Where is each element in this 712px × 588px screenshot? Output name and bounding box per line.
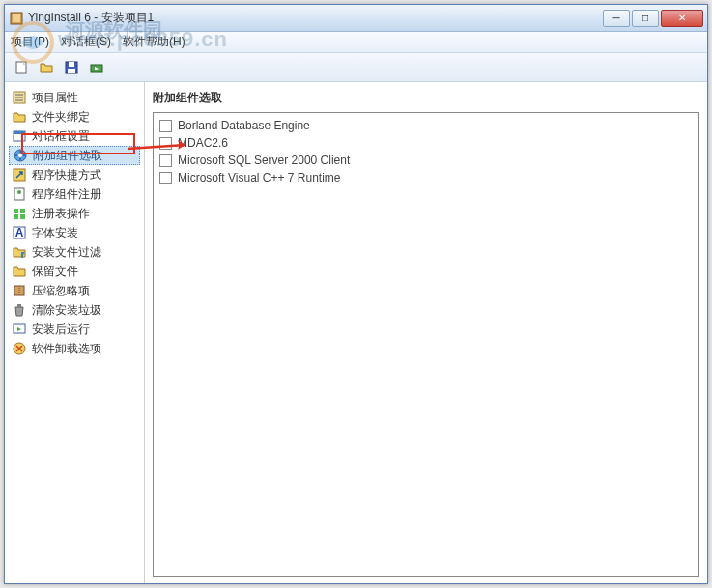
menubar: 项目(P) 对话框(S) 软件帮助(H) xyxy=(5,32,707,53)
titlebar[interactable]: YingInstall 6 - 安装项目1 ─ □ ✕ xyxy=(5,5,707,32)
sidebar-label: 压缩忽略项 xyxy=(32,283,90,299)
sidebar-item-dialog[interactable]: 对话框设置 xyxy=(9,126,140,146)
svg-text:A: A xyxy=(15,226,24,239)
shortcut-icon xyxy=(12,167,27,182)
sidebar-label: 程序快捷方式 xyxy=(32,167,101,183)
sidebar-label: 附加组件选取 xyxy=(33,148,102,164)
component-list: Borland Database Engine MDAC2.6 Microsof… xyxy=(153,112,699,577)
sidebar-label: 字体安装 xyxy=(32,225,78,241)
component-label: Microsoft Visual C++ 7 Runtime xyxy=(178,171,341,184)
sidebar-item-folder[interactable]: 文件夹绑定 xyxy=(9,107,140,126)
run-icon xyxy=(12,322,27,337)
filter-icon xyxy=(12,244,27,260)
registry-icon xyxy=(12,206,27,221)
sidebar-label: 文件夹绑定 xyxy=(32,109,90,126)
font-icon: A xyxy=(12,225,27,240)
keep-icon xyxy=(12,264,27,279)
clean-icon xyxy=(12,302,27,318)
properties-icon xyxy=(12,90,27,105)
window-controls: ─ □ ✕ xyxy=(603,10,703,27)
sidebar-item-compress[interactable]: 压缩忽略项 xyxy=(9,281,140,300)
minimize-button[interactable]: ─ xyxy=(603,10,630,27)
svg-point-14 xyxy=(18,154,22,157)
component-label: Microsoft SQL Server 2000 Client xyxy=(178,154,350,167)
svg-rect-4 xyxy=(69,62,74,67)
component-label: Borland Database Engine xyxy=(178,119,310,132)
uninstall-icon xyxy=(12,341,27,356)
panel-title: 附加组件选取 xyxy=(153,88,699,112)
sidebar-item-properties[interactable]: 项目属性 xyxy=(9,88,140,107)
sidebar-item-uninstall[interactable]: 软件卸载选项 xyxy=(9,339,140,358)
checkbox[interactable] xyxy=(159,154,172,167)
toolbar xyxy=(5,53,707,82)
sidebar-label: 安装文件过滤 xyxy=(32,244,101,261)
save-button[interactable] xyxy=(61,57,82,78)
menu-help[interactable]: 软件帮助(H) xyxy=(123,34,185,50)
svg-rect-1 xyxy=(13,14,20,22)
folder-icon xyxy=(12,109,27,125)
window-title: YingInstall 6 - 安装项目1 xyxy=(28,10,603,26)
list-item[interactable]: Borland Database Engine xyxy=(159,117,693,134)
app-window: YingInstall 6 - 安装项目1 ─ □ ✕ 项目(P) 对话框(S)… xyxy=(4,4,708,584)
open-button[interactable] xyxy=(36,57,57,78)
list-item[interactable]: MDAC2.6 xyxy=(159,134,693,152)
sidebar-label: 对话框设置 xyxy=(32,128,90,145)
svg-rect-18 xyxy=(14,209,18,213)
svg-rect-21 xyxy=(20,214,25,219)
app-icon xyxy=(9,11,24,26)
svg-rect-12 xyxy=(14,131,25,134)
dialog-icon xyxy=(12,128,27,144)
sidebar-item-clean[interactable]: 清除安装垃圾 xyxy=(9,300,140,320)
svg-point-17 xyxy=(17,190,21,194)
maximize-button[interactable]: □ xyxy=(632,10,659,27)
sidebar-label: 项目属性 xyxy=(32,90,78,106)
register-icon xyxy=(12,186,27,202)
sidebar-label: 安装后运行 xyxy=(32,322,90,338)
main-panel: 附加组件选取 Borland Database Engine MDAC2.6 M… xyxy=(145,82,707,583)
sidebar-item-keep[interactable]: 保留文件 xyxy=(9,262,140,281)
sidebar-item-register[interactable]: 程序组件注册 xyxy=(9,184,140,204)
svg-rect-25 xyxy=(17,304,21,307)
sidebar-label: 保留文件 xyxy=(32,264,78,280)
sidebar-item-font[interactable]: A 字体安装 xyxy=(9,223,140,242)
sidebar-label: 程序组件注册 xyxy=(32,186,101,203)
checkbox[interactable] xyxy=(159,137,172,150)
compress-icon xyxy=(12,283,27,298)
new-button[interactable] xyxy=(11,57,32,78)
svg-rect-20 xyxy=(14,214,18,219)
checkbox[interactable] xyxy=(159,120,172,132)
sidebar-label: 清除安装垃圾 xyxy=(32,302,101,319)
list-item[interactable]: Microsoft Visual C++ 7 Runtime xyxy=(159,169,693,186)
svg-rect-19 xyxy=(20,209,25,213)
sidebar-item-components[interactable]: 附加组件选取 xyxy=(9,146,140,165)
svg-rect-5 xyxy=(68,69,75,73)
sidebar-item-filter[interactable]: 安装文件过滤 xyxy=(9,242,140,262)
menu-project[interactable]: 项目(P) xyxy=(11,34,49,50)
sidebar: 项目属性 文件夹绑定 对话框设置 附加组件选取 程序快捷方式 程序组件注册 xyxy=(5,82,145,583)
sidebar-label: 软件卸载选项 xyxy=(32,341,101,357)
component-label: MDAC2.6 xyxy=(178,136,228,150)
list-item[interactable]: Microsoft SQL Server 2000 Client xyxy=(159,152,693,169)
sidebar-item-shortcut[interactable]: 程序快捷方式 xyxy=(9,165,140,184)
content-area: 项目属性 文件夹绑定 对话框设置 附加组件选取 程序快捷方式 程序组件注册 xyxy=(5,82,707,583)
sidebar-item-run[interactable]: 安装后运行 xyxy=(9,320,140,339)
menu-dialog[interactable]: 对话框(S) xyxy=(61,34,111,50)
component-icon xyxy=(13,148,28,163)
build-button[interactable] xyxy=(86,57,107,78)
checkbox[interactable] xyxy=(159,172,172,184)
close-button[interactable]: ✕ xyxy=(661,10,703,27)
sidebar-label: 注册表操作 xyxy=(32,206,90,222)
sidebar-item-registry[interactable]: 注册表操作 xyxy=(9,204,140,223)
